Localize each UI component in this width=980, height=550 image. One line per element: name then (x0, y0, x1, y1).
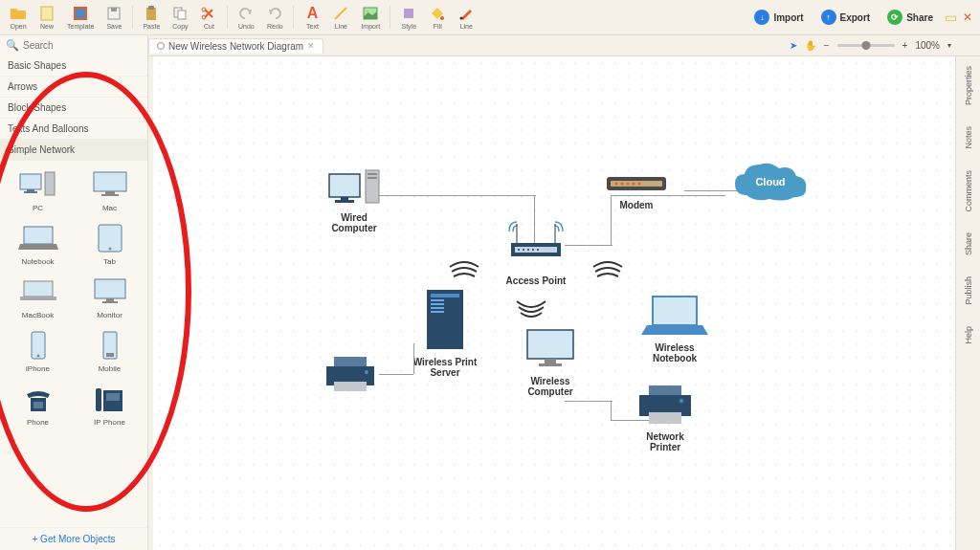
new-button[interactable]: New (33, 3, 61, 32)
right-sidebar: Properties Notes Comments Share Publish … (955, 56, 980, 550)
tab-status-icon (157, 42, 165, 50)
node-print-server[interactable]: Wireless Print Server (412, 286, 479, 378)
modem-icon (603, 171, 670, 196)
document-tab[interactable]: New Wireless Network Diagram ✕ (148, 38, 323, 54)
style-button[interactable]: Style (394, 3, 423, 32)
node-modem[interactable]: Modem (603, 171, 670, 210)
close-icon[interactable]: ✕ (963, 11, 972, 24)
svg-point-81 (679, 399, 683, 403)
node-access-point[interactable]: Access Point (498, 214, 574, 286)
download-icon: ↓ (754, 10, 769, 25)
diagram-canvas[interactable]: Wired Computer Access Point Modem Cloud … (153, 56, 955, 550)
panel-notes[interactable]: Notes (964, 126, 973, 149)
node-cloud[interactable]: Cloud (727, 157, 813, 209)
export-action[interactable]: ↑ Export (815, 8, 877, 27)
shapes-sidebar: 🔍 Basic Shapes Arrows Block Shapes Texts… (0, 35, 148, 550)
notebook-icon (17, 222, 59, 254)
share-action[interactable]: ⟳ Share (881, 8, 939, 27)
svg-rect-72 (334, 382, 367, 391)
line-button[interactable]: Line (326, 3, 355, 32)
shape-macbook[interactable]: MacBook (6, 274, 70, 321)
svg-point-62 (638, 183, 641, 186)
panel-publish[interactable]: Publish (964, 276, 973, 305)
category-simple-network[interactable]: Simple Network (0, 140, 147, 161)
import-image-button[interactable]: Import (355, 3, 386, 32)
undo-button[interactable]: Undo (232, 3, 260, 32)
svg-point-60 (627, 183, 630, 186)
open-button[interactable]: Open (4, 3, 33, 32)
import-action[interactable]: ↓ Import (748, 8, 809, 27)
save-button[interactable]: Save (100, 3, 128, 32)
svg-rect-0 (41, 7, 53, 20)
category-texts-balloons[interactable]: Texts And Balloons (0, 119, 147, 140)
wireless-signal-icon (584, 248, 632, 286)
tab-close-icon[interactable]: ✕ (307, 41, 315, 51)
zoom-in-icon[interactable]: + (902, 40, 908, 51)
copy-button[interactable]: Copy (166, 3, 194, 32)
node-wired-computer[interactable]: Wired Computer (321, 166, 388, 233)
fill-button[interactable]: Fill (423, 3, 452, 32)
node-wireless-notebook[interactable]: Wireless Notebook (641, 291, 708, 363)
scissors-icon (200, 5, 217, 22)
shape-pc[interactable]: PC (6, 166, 70, 214)
phone-icon (17, 383, 59, 415)
pointer-icon[interactable]: ➤ (790, 40, 797, 51)
panel-comments[interactable]: Comments (964, 170, 973, 212)
line-style-button[interactable]: Line (452, 3, 480, 32)
shape-notebook[interactable]: Notebook (6, 220, 70, 268)
monitor-icon (89, 275, 131, 308)
svg-rect-64 (427, 290, 463, 349)
zoom-slider[interactable] (837, 44, 895, 47)
monitor-icon (522, 324, 579, 372)
shape-mobile[interactable]: Mobile (78, 327, 142, 375)
panel-help[interactable]: Help (964, 326, 973, 344)
connection-line (373, 195, 536, 196)
svg-point-15 (440, 16, 444, 20)
svg-point-59 (621, 183, 624, 186)
svg-rect-39 (106, 393, 120, 401)
category-arrows[interactable]: Arrows (0, 77, 147, 98)
minimize-icon[interactable]: ▭ (945, 10, 957, 25)
cloud-icon: Cloud (727, 157, 813, 209)
svg-text:Cloud: Cloud (755, 176, 785, 187)
svg-rect-6 (148, 6, 154, 10)
node-network-printer[interactable]: Network Printer (632, 382, 699, 452)
share-icon: ⟳ (887, 10, 902, 25)
svg-rect-28 (20, 297, 56, 300)
svg-rect-35 (106, 353, 114, 357)
panel-properties[interactable]: Properties (964, 66, 973, 105)
category-basic-shapes[interactable]: Basic Shapes (0, 55, 147, 77)
tablet-icon (89, 222, 131, 254)
svg-rect-42 (341, 197, 348, 200)
shape-iphone[interactable]: iPhone (6, 327, 70, 375)
node-printer[interactable] (321, 353, 380, 395)
zoom-out-icon[interactable]: − (824, 40, 830, 51)
svg-rect-75 (545, 359, 556, 363)
panel-share[interactable]: Share (964, 232, 973, 255)
shape-mac[interactable]: Mac (78, 166, 142, 214)
get-more-objects[interactable]: + Get More Objects (0, 527, 147, 550)
separator (132, 6, 133, 29)
svg-rect-27 (24, 281, 53, 297)
shape-phone[interactable]: Phone (6, 381, 70, 429)
image-icon (362, 5, 379, 22)
svg-rect-57 (611, 181, 662, 187)
svg-rect-44 (366, 170, 379, 203)
shape-ipphone[interactable]: IP Phone (78, 381, 142, 429)
svg-rect-22 (105, 191, 115, 194)
separator (227, 6, 228, 29)
paste-button[interactable]: Paste (137, 3, 166, 32)
shape-monitor[interactable]: Monitor (78, 274, 142, 321)
shape-tab[interactable]: Tab (78, 220, 142, 268)
template-button[interactable]: Template (61, 3, 100, 32)
cut-button[interactable]: Cut (194, 3, 223, 32)
svg-rect-24 (24, 227, 53, 244)
zoom-dropdown-icon[interactable]: ▾ (947, 41, 951, 50)
iphone-icon (17, 329, 59, 362)
hand-icon[interactable]: ✋ (805, 40, 816, 51)
text-button[interactable]: A Text (298, 3, 326, 32)
redo-button[interactable]: Redo (260, 3, 289, 32)
search-input[interactable] (23, 40, 145, 51)
category-block-shapes[interactable]: Block Shapes (0, 98, 147, 119)
node-wireless-computer[interactable]: Wireless Computer (517, 324, 584, 397)
